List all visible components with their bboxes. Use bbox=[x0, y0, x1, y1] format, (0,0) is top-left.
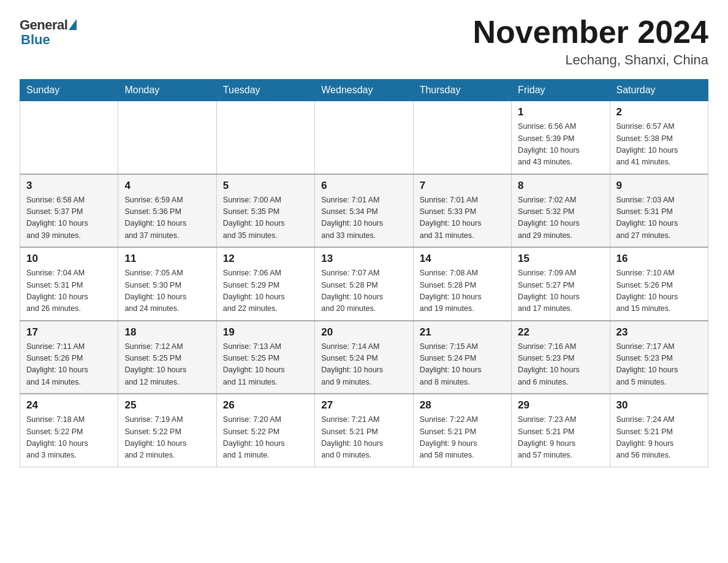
day-info: Sunrise: 7:11 AM Sunset: 5:26 PM Dayligh… bbox=[26, 341, 112, 389]
day-info: Sunrise: 7:01 AM Sunset: 5:34 PM Dayligh… bbox=[321, 194, 406, 242]
calendar-cell: 20Sunrise: 7:14 AM Sunset: 5:24 PM Dayli… bbox=[315, 321, 413, 394]
day-number: 17 bbox=[26, 326, 112, 339]
day-number: 29 bbox=[518, 399, 603, 412]
day-header-saturday: Saturday bbox=[610, 80, 708, 101]
day-info: Sunrise: 7:12 AM Sunset: 5:25 PM Dayligh… bbox=[124, 341, 210, 389]
calendar-cell: 3Sunrise: 6:58 AM Sunset: 5:37 PM Daylig… bbox=[20, 174, 118, 248]
calendar-cell: 16Sunrise: 7:10 AM Sunset: 5:26 PM Dayli… bbox=[610, 247, 708, 321]
day-info: Sunrise: 7:01 AM Sunset: 5:33 PM Dayligh… bbox=[420, 194, 505, 242]
logo-blue-text: Blue bbox=[21, 32, 50, 48]
day-info: Sunrise: 6:59 AM Sunset: 5:36 PM Dayligh… bbox=[124, 194, 210, 242]
day-info: Sunrise: 7:03 AM Sunset: 5:31 PM Dayligh… bbox=[616, 194, 702, 242]
day-info: Sunrise: 7:10 AM Sunset: 5:26 PM Dayligh… bbox=[616, 267, 702, 315]
day-info: Sunrise: 7:21 AM Sunset: 5:21 PM Dayligh… bbox=[321, 414, 406, 462]
day-number: 25 bbox=[124, 399, 210, 412]
calendar-cell: 6Sunrise: 7:01 AM Sunset: 5:34 PM Daylig… bbox=[315, 174, 413, 248]
calendar-cell: 28Sunrise: 7:22 AM Sunset: 5:21 PM Dayli… bbox=[413, 394, 511, 467]
day-info: Sunrise: 7:23 AM Sunset: 5:21 PM Dayligh… bbox=[518, 414, 603, 462]
day-header-tuesday: Tuesday bbox=[216, 80, 314, 101]
day-info: Sunrise: 7:06 AM Sunset: 5:29 PM Dayligh… bbox=[223, 267, 308, 315]
day-header-wednesday: Wednesday bbox=[315, 80, 413, 101]
calendar-cell: 26Sunrise: 7:20 AM Sunset: 5:22 PM Dayli… bbox=[216, 394, 314, 467]
day-number: 20 bbox=[321, 326, 406, 339]
logo: General Blue bbox=[20, 17, 77, 48]
month-title: November 2024 bbox=[473, 15, 708, 50]
calendar-cell: 14Sunrise: 7:08 AM Sunset: 5:28 PM Dayli… bbox=[413, 247, 511, 321]
calendar-cell: 7Sunrise: 7:01 AM Sunset: 5:33 PM Daylig… bbox=[413, 174, 511, 248]
day-info: Sunrise: 7:24 AM Sunset: 5:21 PM Dayligh… bbox=[616, 414, 702, 462]
day-number: 18 bbox=[124, 326, 210, 339]
day-info: Sunrise: 7:20 AM Sunset: 5:22 PM Dayligh… bbox=[223, 414, 308, 462]
calendar-cell: 15Sunrise: 7:09 AM Sunset: 5:27 PM Dayli… bbox=[512, 247, 610, 321]
day-header-row: SundayMondayTuesdayWednesdayThursdayFrid… bbox=[20, 80, 708, 101]
calendar-cell: 30Sunrise: 7:24 AM Sunset: 5:21 PM Dayli… bbox=[610, 394, 708, 467]
calendar-cell: 27Sunrise: 7:21 AM Sunset: 5:21 PM Dayli… bbox=[315, 394, 413, 467]
day-info: Sunrise: 6:56 AM Sunset: 5:39 PM Dayligh… bbox=[518, 121, 603, 169]
day-info: Sunrise: 7:13 AM Sunset: 5:25 PM Dayligh… bbox=[223, 341, 308, 389]
day-number: 10 bbox=[26, 253, 112, 265]
day-number: 16 bbox=[616, 253, 702, 265]
calendar-cell: 5Sunrise: 7:00 AM Sunset: 5:35 PM Daylig… bbox=[216, 174, 314, 248]
day-info: Sunrise: 7:14 AM Sunset: 5:24 PM Dayligh… bbox=[321, 341, 406, 389]
week-row-1: 1Sunrise: 6:56 AM Sunset: 5:39 PM Daylig… bbox=[20, 101, 708, 174]
logo-general-text: General bbox=[20, 17, 67, 33]
day-info: Sunrise: 7:17 AM Sunset: 5:23 PM Dayligh… bbox=[616, 341, 702, 389]
calendar-cell: 12Sunrise: 7:06 AM Sunset: 5:29 PM Dayli… bbox=[216, 247, 314, 321]
day-header-monday: Monday bbox=[118, 80, 216, 101]
day-info: Sunrise: 7:22 AM Sunset: 5:21 PM Dayligh… bbox=[420, 414, 505, 462]
calendar-cell: 25Sunrise: 7:19 AM Sunset: 5:22 PM Dayli… bbox=[118, 394, 216, 467]
calendar-cell: 22Sunrise: 7:16 AM Sunset: 5:23 PM Dayli… bbox=[512, 321, 610, 394]
day-number: 19 bbox=[223, 326, 308, 339]
location-title: Lechang, Shanxi, China bbox=[473, 52, 708, 68]
day-number: 11 bbox=[124, 253, 210, 265]
day-info: Sunrise: 6:58 AM Sunset: 5:37 PM Dayligh… bbox=[26, 194, 112, 242]
calendar-cell: 21Sunrise: 7:15 AM Sunset: 5:24 PM Dayli… bbox=[413, 321, 511, 394]
day-number: 1 bbox=[518, 106, 603, 118]
calendar-cell: 18Sunrise: 7:12 AM Sunset: 5:25 PM Dayli… bbox=[118, 321, 216, 394]
calendar-cell: 9Sunrise: 7:03 AM Sunset: 5:31 PM Daylig… bbox=[610, 174, 708, 248]
day-number: 30 bbox=[616, 399, 702, 412]
day-number: 4 bbox=[124, 180, 210, 192]
day-info: Sunrise: 7:04 AM Sunset: 5:31 PM Dayligh… bbox=[26, 267, 112, 315]
title-area: November 2024 Lechang, Shanxi, China bbox=[473, 15, 708, 68]
logo-triangle-icon bbox=[69, 19, 77, 30]
calendar-cell: 13Sunrise: 7:07 AM Sunset: 5:28 PM Dayli… bbox=[315, 247, 413, 321]
day-header-thursday: Thursday bbox=[413, 80, 511, 101]
day-number: 6 bbox=[321, 180, 406, 192]
calendar-cell bbox=[413, 101, 511, 174]
day-info: Sunrise: 7:00 AM Sunset: 5:35 PM Dayligh… bbox=[223, 194, 308, 242]
day-info: Sunrise: 7:15 AM Sunset: 5:24 PM Dayligh… bbox=[420, 341, 505, 389]
week-row-5: 24Sunrise: 7:18 AM Sunset: 5:22 PM Dayli… bbox=[20, 394, 708, 467]
calendar-cell: 4Sunrise: 6:59 AM Sunset: 5:36 PM Daylig… bbox=[118, 174, 216, 248]
day-number: 13 bbox=[321, 253, 406, 265]
day-info: Sunrise: 7:08 AM Sunset: 5:28 PM Dayligh… bbox=[420, 267, 505, 315]
calendar-cell: 17Sunrise: 7:11 AM Sunset: 5:26 PM Dayli… bbox=[20, 321, 118, 394]
week-row-3: 10Sunrise: 7:04 AM Sunset: 5:31 PM Dayli… bbox=[20, 247, 708, 321]
day-info: Sunrise: 7:02 AM Sunset: 5:32 PM Dayligh… bbox=[518, 194, 603, 242]
calendar-cell bbox=[315, 101, 413, 174]
calendar-cell: 1Sunrise: 6:56 AM Sunset: 5:39 PM Daylig… bbox=[512, 101, 610, 174]
calendar-cell: 29Sunrise: 7:23 AM Sunset: 5:21 PM Dayli… bbox=[512, 394, 610, 467]
day-number: 2 bbox=[616, 106, 702, 118]
day-number: 9 bbox=[616, 180, 702, 192]
day-info: Sunrise: 7:16 AM Sunset: 5:23 PM Dayligh… bbox=[518, 341, 603, 389]
calendar-cell: 2Sunrise: 6:57 AM Sunset: 5:38 PM Daylig… bbox=[610, 101, 708, 174]
day-info: Sunrise: 7:19 AM Sunset: 5:22 PM Dayligh… bbox=[124, 414, 210, 462]
day-number: 12 bbox=[223, 253, 308, 265]
calendar-cell: 11Sunrise: 7:05 AM Sunset: 5:30 PM Dayli… bbox=[118, 247, 216, 321]
calendar-cell: 23Sunrise: 7:17 AM Sunset: 5:23 PM Dayli… bbox=[610, 321, 708, 394]
calendar-cell bbox=[216, 101, 314, 174]
day-info: Sunrise: 7:05 AM Sunset: 5:30 PM Dayligh… bbox=[124, 267, 210, 315]
day-info: Sunrise: 7:09 AM Sunset: 5:27 PM Dayligh… bbox=[518, 267, 603, 315]
day-info: Sunrise: 7:07 AM Sunset: 5:28 PM Dayligh… bbox=[321, 267, 406, 315]
day-info: Sunrise: 7:18 AM Sunset: 5:22 PM Dayligh… bbox=[26, 414, 112, 462]
day-number: 27 bbox=[321, 399, 406, 412]
day-number: 8 bbox=[518, 180, 603, 192]
week-row-2: 3Sunrise: 6:58 AM Sunset: 5:37 PM Daylig… bbox=[20, 174, 708, 248]
day-number: 15 bbox=[518, 253, 603, 265]
day-header-friday: Friday bbox=[512, 80, 610, 101]
day-info: Sunrise: 6:57 AM Sunset: 5:38 PM Dayligh… bbox=[616, 121, 702, 169]
day-number: 24 bbox=[26, 399, 112, 412]
calendar-table: SundayMondayTuesdayWednesdayThursdayFrid… bbox=[20, 79, 708, 467]
day-number: 7 bbox=[420, 180, 505, 192]
